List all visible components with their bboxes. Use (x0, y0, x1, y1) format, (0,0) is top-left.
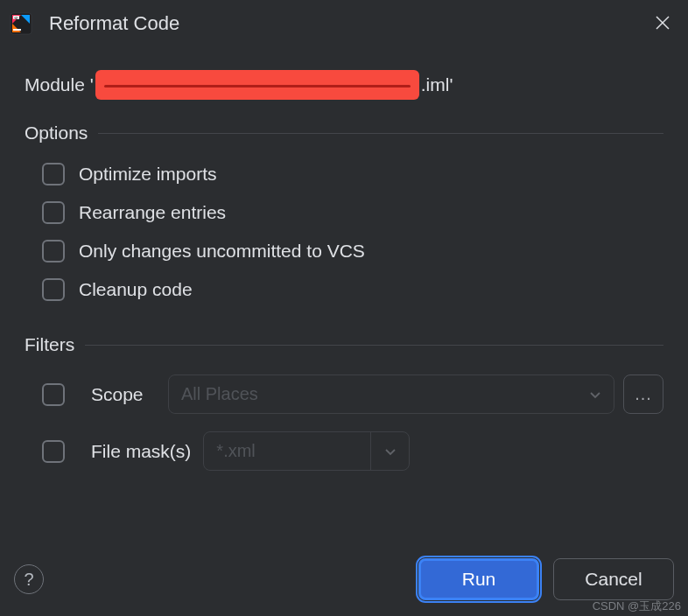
rearrange-entries-label: Rearrange entries (79, 202, 226, 223)
chevron-down-icon (384, 441, 397, 461)
rearrange-entries-row: Rearrange entries (25, 201, 663, 224)
dialog-title: Reformat Code (49, 12, 655, 35)
run-button[interactable]: Run (418, 558, 539, 600)
module-prefix: Module ' (25, 74, 94, 95)
file-mask-row: File mask(s) *.xml (25, 431, 663, 471)
options-header-label: Options (25, 122, 88, 144)
file-mask-combo[interactable]: *.xml (203, 431, 410, 471)
divider (98, 133, 663, 134)
close-icon[interactable] (655, 15, 672, 32)
watermark: CSDN @玉成226 (593, 598, 681, 614)
optimize-imports-label: Optimize imports (79, 164, 217, 185)
filters-header: Filters (25, 334, 663, 355)
optimize-imports-checkbox[interactable] (42, 163, 65, 186)
svg-rect-3 (13, 29, 21, 31)
only-vcs-checkbox[interactable] (42, 240, 65, 262)
scope-browse-button[interactable]: ... (623, 374, 663, 414)
file-mask-dropdown[interactable] (370, 432, 409, 470)
dialog-footer: ? Run Cancel (14, 558, 674, 600)
help-button[interactable]: ? (14, 564, 44, 594)
run-button-label: Run (462, 569, 496, 590)
optimize-imports-row: Optimize imports (25, 163, 663, 186)
scope-combo[interactable]: All Places (168, 374, 614, 414)
scope-row: Scope All Places ... (25, 374, 663, 414)
options-header: Options (25, 122, 663, 144)
help-icon: ? (24, 570, 33, 590)
chevron-down-icon (589, 384, 601, 404)
options-group: Optimize imports Rearrange entries Only … (25, 163, 663, 301)
file-mask-label: File mask(s) (91, 441, 191, 462)
filters-header-label: Filters (25, 334, 74, 355)
ellipsis-icon: ... (635, 384, 652, 404)
app-icon: IJ (9, 11, 33, 36)
scope-label: Scope (91, 384, 156, 405)
divider (85, 345, 663, 346)
module-suffix: .iml' (421, 74, 453, 95)
module-label: Module ' .iml' (25, 70, 663, 100)
cleanup-code-row: Cleanup code (25, 278, 663, 301)
svg-text:IJ: IJ (15, 16, 18, 20)
scope-combo-value: All Places (181, 384, 258, 404)
rearrange-entries-checkbox[interactable] (42, 201, 65, 224)
file-mask-checkbox[interactable] (42, 440, 65, 463)
dialog-content: Module ' .iml' Options Optimize imports … (0, 47, 688, 471)
only-vcs-row: Only changes uncommitted to VCS (25, 240, 663, 262)
cleanup-code-label: Cleanup code (79, 279, 193, 300)
only-vcs-label: Only changes uncommitted to VCS (79, 241, 365, 262)
cancel-button[interactable]: Cancel (553, 558, 674, 600)
redacted-module-name (95, 70, 419, 100)
file-mask-value: *.xml (204, 432, 370, 470)
cleanup-code-checkbox[interactable] (42, 278, 65, 301)
titlebar: IJ Reformat Code (0, 0, 688, 47)
scope-checkbox[interactable] (42, 383, 65, 406)
cancel-button-label: Cancel (585, 569, 642, 590)
